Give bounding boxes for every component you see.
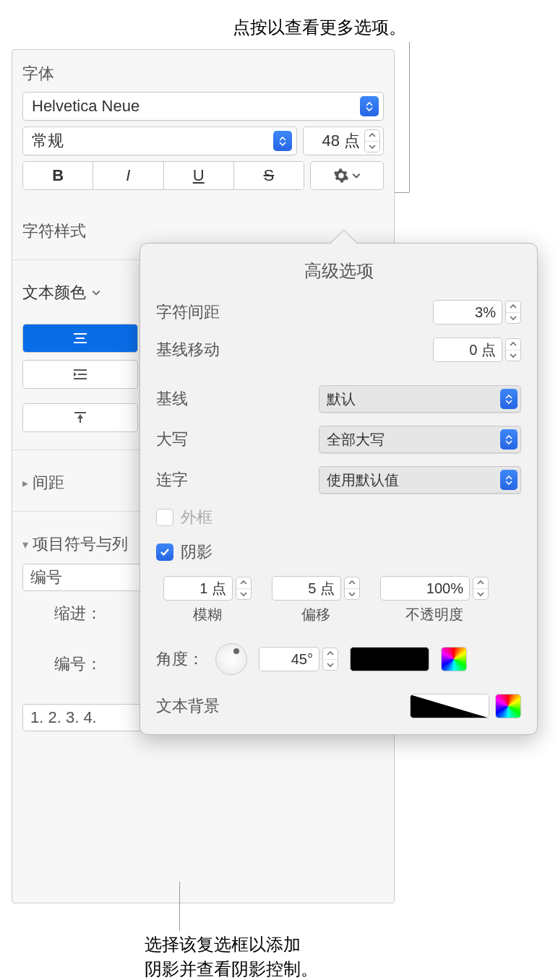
align-top-icon xyxy=(73,411,87,424)
chevron-down-icon xyxy=(352,173,361,179)
callout-top-text: 点按以查看更多选项。 xyxy=(233,16,406,39)
chevron-updown-icon xyxy=(273,131,292,151)
offset-value: 5 点 xyxy=(272,576,341,601)
stepper-buttons[interactable] xyxy=(322,648,338,671)
callout-leader-line xyxy=(409,42,410,192)
callout-bottom-line1: 选择该复选框以添加 xyxy=(145,932,318,957)
offset-stepper[interactable]: 5 点 xyxy=(272,576,360,601)
opacity-stepper[interactable]: 100% xyxy=(380,576,489,601)
align-center-icon xyxy=(72,332,88,344)
baseline-shift-stepper[interactable]: 0 点 xyxy=(433,338,521,362)
baseline-shift-value: 0 点 xyxy=(433,338,502,362)
indent-icon xyxy=(72,369,88,380)
angle-value: 45° xyxy=(259,647,319,671)
text-background-color-well[interactable] xyxy=(410,694,489,718)
char-spacing-stepper[interactable]: 3% xyxy=(433,300,521,324)
indent-field-label: 缩进： xyxy=(22,603,109,624)
callout-bottom-line2: 阴影并查看阴影控制。 xyxy=(145,957,318,980)
stepper-buttons[interactable] xyxy=(505,338,521,361)
blur-label: 模糊 xyxy=(163,605,252,624)
color-picker-button[interactable] xyxy=(495,694,521,718)
font-section-title: 字体 xyxy=(22,63,384,85)
baseline-select[interactable]: 默认 xyxy=(319,385,521,413)
popover-title: 高级选项 xyxy=(156,259,521,283)
caps-label: 大写 xyxy=(156,429,265,450)
color-picker-button[interactable] xyxy=(441,647,467,671)
strikethrough-button[interactable]: S xyxy=(234,162,304,189)
char-spacing-value: 3% xyxy=(433,300,502,324)
font-family-select[interactable]: Helvetica Neue xyxy=(22,92,384,121)
font-size-value: 48 点 xyxy=(311,130,364,152)
stepper-buttons[interactable] xyxy=(473,577,489,600)
font-family-value: Helvetica Neue xyxy=(32,97,360,116)
caps-select[interactable]: 全部大写 xyxy=(319,426,521,453)
chevron-right-icon: ▸ xyxy=(22,476,28,490)
caps-value: 全部大写 xyxy=(327,430,500,450)
align-center-button[interactable] xyxy=(23,324,137,352)
underline-button[interactable]: U xyxy=(164,162,234,189)
baseline-shift-label: 基线移动 xyxy=(156,339,265,361)
ligature-value: 使用默认值 xyxy=(327,470,500,490)
stepper-buttons[interactable] xyxy=(236,577,252,600)
opacity-value: 100% xyxy=(380,576,470,601)
text-color-label: 文本颜色 xyxy=(22,282,86,304)
indent-menu-button[interactable] xyxy=(22,360,138,389)
shadow-color-well[interactable] xyxy=(350,647,429,671)
chevron-down-icon[interactable] xyxy=(92,290,100,296)
spacing-label: 间距 xyxy=(33,472,64,494)
chevron-updown-icon xyxy=(500,389,518,409)
opacity-label: 不透明度 xyxy=(380,605,489,624)
angle-dial[interactable] xyxy=(215,643,247,675)
font-size-stepper[interactable]: 48 点 xyxy=(303,126,384,155)
chevron-updown-icon xyxy=(360,96,379,116)
callout-bottom-text: 选择该复选框以添加 阴影并查看阴影控制。 xyxy=(145,932,318,980)
stepper-buttons[interactable] xyxy=(505,301,521,324)
gear-icon xyxy=(333,168,349,184)
angle-stepper[interactable]: 45° xyxy=(259,647,338,671)
outline-checkbox[interactable] xyxy=(156,509,173,526)
bullets-label: 项目符号与列 xyxy=(33,533,128,555)
font-style-value: 常规 xyxy=(32,130,273,152)
ligature-select[interactable]: 使用默认值 xyxy=(319,466,521,494)
advanced-options-popover: 高级选项 字符间距 3% 基线移动 0 点 基线 默认 xyxy=(140,243,538,735)
shadow-label: 阴影 xyxy=(181,541,213,563)
offset-label: 偏移 xyxy=(272,605,360,624)
advanced-options-button[interactable] xyxy=(310,161,384,190)
character-style-label: 字符样式 xyxy=(22,220,384,242)
chevron-down-icon: ▾ xyxy=(22,538,28,551)
text-style-group: B I U S xyxy=(22,161,304,190)
chevron-updown-icon xyxy=(500,470,518,490)
numbering-field-label: 编号： xyxy=(22,653,109,675)
shadow-checkbox[interactable] xyxy=(156,543,173,561)
checkmark-icon xyxy=(159,546,171,558)
font-style-select[interactable]: 常规 xyxy=(22,126,297,155)
baseline-value: 默认 xyxy=(327,390,500,409)
char-spacing-label: 字符间距 xyxy=(156,301,265,323)
text-background-label: 文本背景 xyxy=(156,695,404,717)
alignment-group xyxy=(22,324,138,353)
italic-button[interactable]: I xyxy=(93,162,163,189)
bold-button[interactable]: B xyxy=(23,162,93,189)
ligature-label: 连字 xyxy=(156,469,265,491)
baseline-label: 基线 xyxy=(156,388,265,410)
stepper-buttons[interactable] xyxy=(364,129,380,152)
angle-label: 角度： xyxy=(156,648,204,670)
stepper-buttons[interactable] xyxy=(344,577,360,600)
blur-stepper[interactable]: 1 点 xyxy=(163,576,252,601)
callout-leader-line xyxy=(179,882,180,931)
chevron-updown-icon xyxy=(500,429,518,450)
blur-value: 1 点 xyxy=(163,576,233,601)
vertical-align-button[interactable] xyxy=(22,403,138,432)
outline-label: 外框 xyxy=(181,507,213,528)
